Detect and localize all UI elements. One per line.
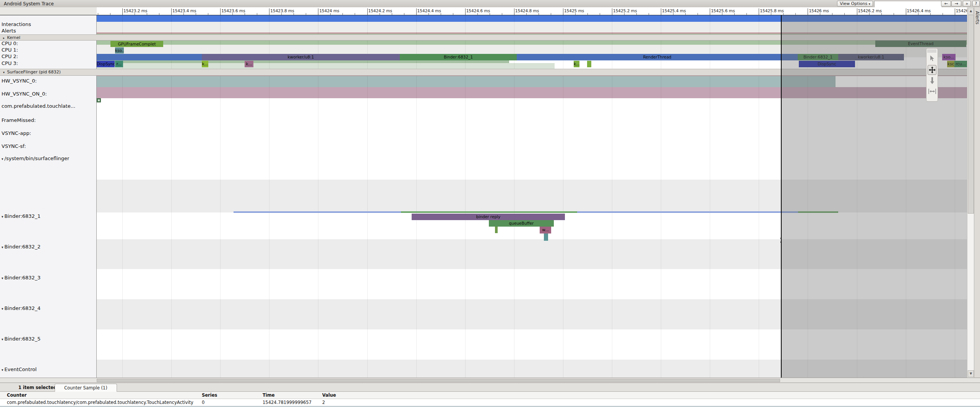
trace-slice[interactable]: w... <box>540 227 551 233</box>
trace-slice[interactable] <box>97 54 202 60</box>
track-label: CPU 2: <box>2 54 18 59</box>
ruler-tick-label: 15426.4 ms <box>907 8 931 13</box>
trace-slice[interactable]: GPUFrameComplet <box>110 41 163 47</box>
trace-slice[interactable] <box>544 233 548 241</box>
column-header-counter: Counter <box>7 392 27 398</box>
trace-slice[interactable]: k... <box>245 61 253 67</box>
sidebar-item-com-prefabulated-touchlate-: com.prefabulated.touchlate... <box>2 103 75 109</box>
forward-button[interactable]: → <box>951 1 961 6</box>
timing-range-icon <box>928 88 936 94</box>
cell-value: 2 <box>322 400 325 405</box>
vertical-scrollbar[interactable]: ▲ ▼ <box>967 7 974 378</box>
sidebar-item-framemissed-: FrameMissed: <box>2 117 36 123</box>
expander-icon[interactable]: ▾ <box>2 307 3 311</box>
cell-counter: com.prefabulated.touchlatency/com.prefab… <box>7 400 193 405</box>
expander-icon[interactable]: ▾ <box>2 276 3 280</box>
track-label: HW_VSYNC_0: <box>2 78 37 84</box>
trace-slice[interactable]: kso... <box>115 47 124 54</box>
vertical-scroll-thumb[interactable] <box>968 15 974 214</box>
trace-slice[interactable] <box>587 61 591 67</box>
track-label: Interactions <box>2 21 31 27</box>
sidebar-item-cpu-1-: CPU 1: <box>2 47 18 53</box>
expander-icon[interactable]: ▾ <box>2 337 3 341</box>
ruler-tick-label: 15425 ms <box>564 8 584 13</box>
ruler-tick-label: 15426.2 ms <box>858 8 882 13</box>
unselected-range-overlay <box>781 15 967 378</box>
expander-icon[interactable]: ▾ <box>2 215 3 219</box>
cell-time: 15424.781999999657 <box>263 400 312 405</box>
cursor-arrow-icon <box>929 55 935 62</box>
ruler-tick-label: 15423.6 ms <box>221 8 245 13</box>
palette-drag-handle[interactable] <box>928 49 936 53</box>
horizontal-scrollbar[interactable] <box>0 378 980 383</box>
sidebar-item--system-bin-surfaceflinger[interactable]: ▾/system/bin/surfaceflinger <box>2 156 69 161</box>
selected-sample-marker[interactable] <box>97 98 101 102</box>
expander-icon[interactable]: ▾ <box>3 71 6 74</box>
trace-slice[interactable] <box>495 227 498 233</box>
back-button[interactable]: ← <box>941 1 951 6</box>
trace-slice[interactable]: RenderThread <box>517 54 798 60</box>
tab-counter-sample[interactable]: Counter Sample (1) <box>55 384 117 392</box>
fast-forward-button[interactable]: » <box>963 1 971 6</box>
expander-icon[interactable]: ▾ <box>2 157 3 161</box>
trace-slice[interactable]: DispSync <box>97 61 115 67</box>
timing-tool-button[interactable] <box>928 87 936 97</box>
alerts-side-tab[interactable]: Alerts <box>974 7 980 378</box>
trace-slice[interactable]: Binder:6832_1 <box>400 54 517 60</box>
sidebar-item-eventcontrol[interactable]: ▾EventControl <box>2 366 37 372</box>
trace-slice[interactable]: binder reply <box>412 214 565 220</box>
track-label: Binder:6832_1 <box>5 213 41 219</box>
trace-slice[interactable]: k... <box>202 61 208 67</box>
sidebar-item-vsync-app-: VSYNC-app: <box>2 130 31 136</box>
zoom-tool-button[interactable] <box>928 76 936 86</box>
search-input[interactable] <box>874 1 942 8</box>
result-table-header: Counter Series Time Value <box>0 392 980 399</box>
track-label: VSYNC-app: <box>2 130 31 136</box>
pan-tool-button[interactable] <box>928 65 936 75</box>
view-options-button[interactable]: View Options ▾ <box>837 1 873 6</box>
vsync-app-bar[interactable] <box>97 76 836 87</box>
sidebar-item-binder-6832-1[interactable]: ▾Binder:6832_1 <box>2 213 41 219</box>
sidebar-item-binder-6832-4[interactable]: ▾Binder:6832_4 <box>2 305 41 311</box>
ruler-major-tick <box>808 8 808 15</box>
table-row[interactable]: com.prefabulated.touchlatency/com.prefab… <box>0 399 980 406</box>
ruler-corner <box>0 7 97 15</box>
scroll-down-button[interactable]: ▼ <box>968 370 974 377</box>
track-label: EventControl <box>5 366 37 372</box>
scroll-up-button[interactable]: ▲ <box>968 8 974 15</box>
ruler-major-tick <box>171 8 172 15</box>
ruler-major-tick <box>465 8 466 15</box>
sidebar-item-binder-6832-5[interactable]: ▾Binder:6832_5 <box>2 336 41 342</box>
ruler-tick-label: 15424.8 ms <box>515 8 539 13</box>
slice-label: DispSync <box>97 62 115 66</box>
zoom-arrow-icon <box>930 77 935 84</box>
slice-label: queueBuffer <box>509 221 534 225</box>
track-label: com.prefabulated.touchlate... <box>2 103 75 109</box>
trace-slice[interactable]: k... <box>574 61 579 67</box>
column-header-value: Value <box>322 392 336 398</box>
expander-icon[interactable]: ▾ <box>2 245 3 249</box>
time-ruler[interactable]: 15423.2 ms15423.4 ms15423.6 ms15423.8 ms… <box>97 7 967 15</box>
time-cursor-line[interactable] <box>781 15 782 378</box>
sidebar-item-hw-vsync-on-0-: HW_VSYNC_ON_0: <box>2 91 47 97</box>
trace-slice[interactable]: queueBuffer <box>489 220 554 227</box>
pan-move-icon <box>929 66 936 73</box>
ruler-major-tick <box>661 8 661 15</box>
help-button[interactable]: ? <box>972 1 980 6</box>
selection-tool-button[interactable] <box>928 54 936 64</box>
trace-slice[interactable]: r... <box>115 61 123 67</box>
expander-icon[interactable]: ▸ <box>3 36 6 40</box>
time-cursor-grip[interactable] <box>779 238 783 243</box>
track-label: Binder:6832_3 <box>5 275 41 281</box>
sidebar-item-cpu-0-: CPU 0: <box>2 41 18 46</box>
sidebar-item-cpu-2-: CPU 2: <box>2 54 18 59</box>
expander-icon[interactable]: ▾ <box>2 368 3 372</box>
group-label: SurfaceFlinger (pid 6832) <box>7 70 61 75</box>
cell-series: 0 <box>202 400 204 405</box>
trace-slice[interactable]: kworker/u8:1 <box>202 54 400 60</box>
sidebar-item-binder-6832-3[interactable]: ▾Binder:6832_3 <box>2 275 41 281</box>
horizontal-scroll-thumb[interactable] <box>97 379 780 382</box>
selection-summary: 1 item selected: <box>18 385 58 390</box>
sidebar-item-binder-6832-2[interactable]: ▾Binder:6832_2 <box>2 244 41 250</box>
sidebar-item-alerts: Alerts <box>2 28 16 34</box>
